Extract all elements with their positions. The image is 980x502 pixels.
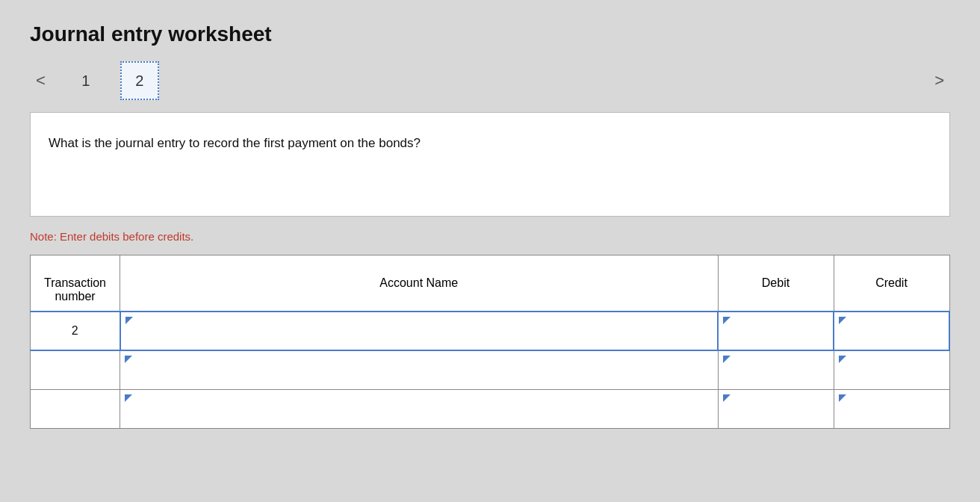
- blue-triangle-icon: [723, 356, 731, 363]
- header-account: Account Name: [120, 255, 719, 312]
- blue-triangle-icon: [839, 394, 846, 402]
- step-2-button[interactable]: 2: [120, 61, 159, 100]
- blue-triangle-icon: [723, 317, 731, 324]
- header-debit: Debit: [718, 255, 834, 312]
- debit-input[interactable]: [734, 354, 829, 367]
- table-row: [31, 389, 950, 428]
- debit-cell[interactable]: [718, 389, 834, 428]
- credit-input[interactable]: [849, 354, 945, 367]
- blue-triangle-icon: [125, 394, 132, 402]
- prev-arrow[interactable]: <: [30, 68, 52, 93]
- transaction-number-cell: [31, 389, 120, 428]
- blue-triangle-icon: [839, 356, 846, 363]
- table-header-row: Transaction number Account Name Debit Cr…: [31, 255, 950, 312]
- account-name-input[interactable]: [135, 393, 713, 406]
- transaction-number-cell: 2: [31, 312, 120, 350]
- nav-row: < 1 2 >: [30, 61, 950, 100]
- blue-triangle-icon: [839, 317, 846, 324]
- next-arrow[interactable]: >: [928, 68, 950, 93]
- credit-cell[interactable]: [834, 312, 949, 350]
- question-box: What is the journal entry to record the …: [30, 112, 950, 217]
- credit-cell[interactable]: [834, 350, 949, 389]
- header-transaction: Transaction number: [31, 255, 120, 312]
- debit-input[interactable]: [734, 315, 828, 328]
- journal-table: Transaction number Account Name Debit Cr…: [30, 255, 950, 429]
- page-title: Journal entry worksheet: [30, 22, 950, 46]
- header-credit: Credit: [834, 255, 949, 312]
- account-name-cell[interactable]: [120, 312, 719, 350]
- blue-triangle-icon: [125, 356, 132, 363]
- account-name-input[interactable]: [136, 315, 713, 328]
- transaction-number-cell: [31, 350, 120, 389]
- blue-triangle-icon: [125, 317, 133, 324]
- table-row: 2: [31, 312, 950, 350]
- credit-cell[interactable]: [834, 389, 949, 428]
- note-text: Note: Enter debits before credits.: [30, 230, 950, 243]
- credit-input[interactable]: [849, 393, 945, 406]
- debit-cell[interactable]: [718, 350, 834, 389]
- credit-input[interactable]: [849, 315, 944, 328]
- table-row: [31, 350, 950, 389]
- account-name-cell[interactable]: [120, 389, 719, 428]
- question-text: What is the journal entry to record the …: [49, 136, 421, 150]
- account-name-cell[interactable]: [120, 350, 719, 389]
- step-1-button[interactable]: 1: [66, 61, 105, 100]
- blue-triangle-icon: [723, 394, 731, 402]
- debit-input[interactable]: [734, 393, 829, 406]
- debit-cell[interactable]: [718, 312, 834, 350]
- account-name-input[interactable]: [135, 354, 713, 367]
